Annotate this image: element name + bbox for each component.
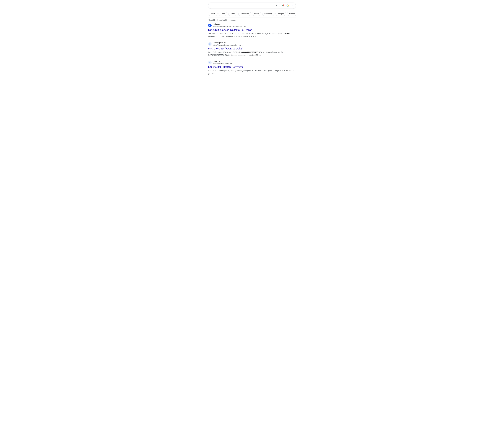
search-icon	[291, 4, 294, 7]
svg-rect-0	[283, 4, 284, 6]
favicon: ¢	[208, 61, 211, 64]
clear-icon: ✕	[275, 4, 278, 7]
site-url: https://coinchefs.com › USD	[213, 63, 291, 65]
result-title[interactable]: USD to ICX (ICON) Converter	[208, 65, 296, 69]
favicon	[208, 42, 211, 46]
mic-button[interactable]	[282, 4, 285, 7]
divider	[280, 4, 280, 7]
search-button[interactable]	[291, 4, 294, 7]
result-snippet: USD to ICX. As of April 15, 2023 (Saturd…	[208, 69, 296, 75]
result-header: C Coinbase https://www.coinbase.com › co…	[208, 23, 296, 28]
filter-chip-images[interactable]: Images	[276, 12, 286, 16]
result-site-info: Bitcoinsprice.org https://bitcoinsprice.…	[213, 41, 291, 46]
lens-icon	[286, 4, 289, 7]
result-item: Bitcoinsprice.org https://bitcoinsprice.…	[208, 41, 296, 56]
filter-chips: Today Price Chart Calculator News Shoppi…	[208, 11, 296, 17]
search-icons: ✕	[275, 4, 294, 7]
result-item: ¢ CoinChefs https://coinchefs.com › USD …	[208, 60, 296, 75]
site-name: Bitcoinsprice.org	[213, 41, 291, 44]
result-title[interactable]: 5 ICX to USD (ICON to Dollar)	[208, 47, 296, 50]
coinchefs-icon: ¢	[209, 61, 211, 64]
site-name: CoinChefs	[213, 60, 291, 63]
site-name: Coinbase	[213, 23, 291, 26]
lens-button[interactable]	[286, 4, 289, 7]
clear-button[interactable]: ✕	[275, 4, 278, 7]
mic-icon	[282, 4, 285, 7]
result-item: C Coinbase https://www.coinbase.com › co…	[208, 23, 296, 38]
result-site-info: Coinbase https://www.coinbase.com › conv…	[213, 23, 291, 28]
filter-chip-news[interactable]: News	[252, 12, 261, 16]
filter-chip-today[interactable]: Today	[208, 12, 217, 16]
site-url: https://bitcoinsprice.org › price › icx …	[213, 44, 291, 46]
more-options-button[interactable]: ⋮	[293, 42, 296, 46]
filter-chip-chart[interactable]: Chart	[228, 12, 237, 16]
globe-icon	[209, 43, 211, 45]
more-options-button[interactable]: ⋮	[293, 61, 296, 64]
site-url: https://www.coinbase.com › converter › i…	[213, 26, 291, 28]
result-title[interactable]: ICX/USD: Convert ICON to US Dollar	[208, 28, 296, 32]
search-bar: 5 ICX to USD ✕	[208, 3, 296, 9]
filter-chip-price[interactable]: Price	[219, 12, 227, 16]
svg-text:¢: ¢	[210, 62, 210, 63]
result-header: Bitcoinsprice.org https://bitcoinsprice.…	[208, 41, 296, 46]
more-options-button[interactable]: ⋮	[293, 24, 296, 27]
result-snippet: The current value of 1 ICX is $0.21 USD.…	[208, 32, 296, 38]
results-meta: About 21,600 results (0.84 seconds)	[208, 17, 296, 23]
result-site-info: CoinChefs https://coinchefs.com › USD	[213, 60, 291, 65]
favicon: C	[208, 24, 211, 27]
search-input[interactable]: 5 ICX to USD	[210, 4, 275, 7]
filter-chip-shopping[interactable]: Shopping	[262, 12, 274, 16]
filter-chip-calculator[interactable]: Calculator	[238, 12, 251, 16]
filter-chip-videos[interactable]: Videos	[287, 12, 296, 16]
svg-line-5	[293, 6, 293, 7]
result-header: ¢ CoinChefs https://coinchefs.com › USD …	[208, 60, 296, 65]
result-snippet: Buy / Sell Instantly! Yesterday 5 ICX= 1…	[208, 51, 296, 56]
